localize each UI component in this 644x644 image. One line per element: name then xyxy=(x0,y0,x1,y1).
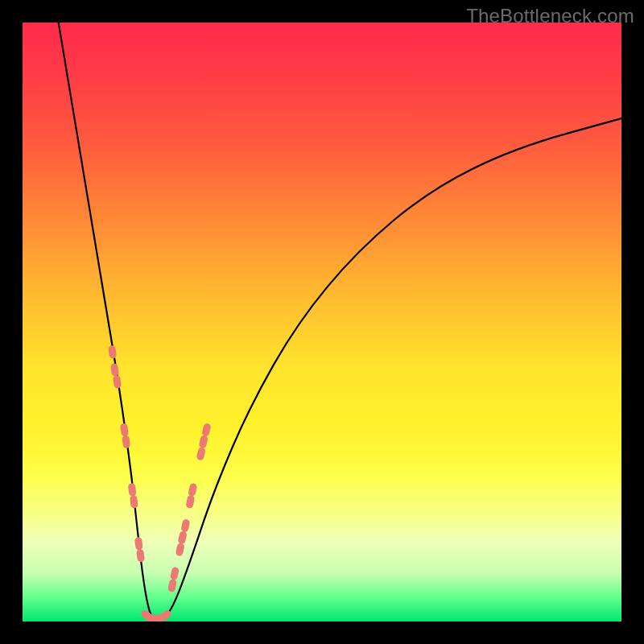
curve-svg xyxy=(23,23,621,621)
marker-cluster-bottom xyxy=(140,609,173,621)
chart-frame: TheBottleneck.com xyxy=(0,0,644,644)
plot-area xyxy=(23,23,621,621)
curve-marker xyxy=(136,549,145,563)
curve-marker xyxy=(110,363,119,377)
curve-marker xyxy=(180,518,190,533)
curve-marker xyxy=(199,435,208,449)
curve-marker xyxy=(167,579,177,592)
curve-marker xyxy=(178,530,188,545)
curve-marker xyxy=(188,483,197,497)
marker-cluster-right xyxy=(167,423,212,592)
bottleneck-curve xyxy=(59,23,621,621)
curve-marker xyxy=(128,483,137,497)
curve-marker xyxy=(134,537,143,551)
curve-marker xyxy=(108,345,117,359)
curve-marker xyxy=(120,423,129,436)
curve-marker xyxy=(113,375,122,389)
curve-marker xyxy=(170,567,180,581)
curve-marker xyxy=(122,435,130,448)
curve-marker xyxy=(130,495,138,509)
curve-marker xyxy=(201,423,212,437)
curve-marker xyxy=(196,447,206,461)
curve-marker xyxy=(175,543,185,557)
marker-cluster-left xyxy=(108,345,145,563)
curve-marker xyxy=(185,494,195,508)
